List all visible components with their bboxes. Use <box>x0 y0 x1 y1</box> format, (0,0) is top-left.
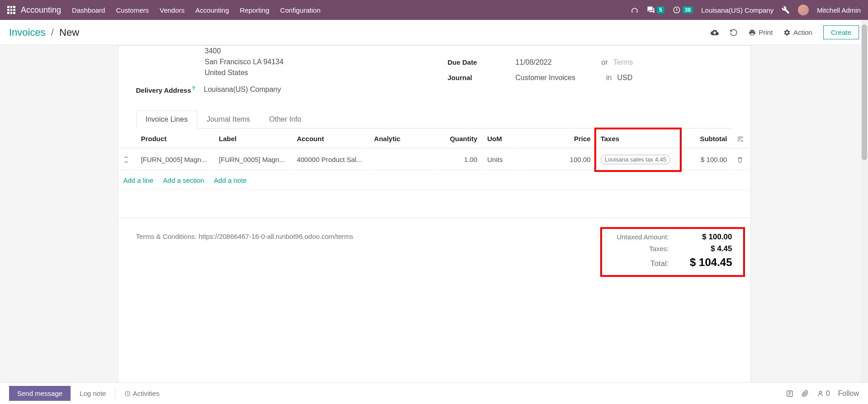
nav-menu: Dashboard Customers Vendors Accounting R… <box>72 6 631 14</box>
scrollbar[interactable] <box>861 20 868 382</box>
scrollbar-thumb[interactable] <box>862 24 867 160</box>
total-label: Total: <box>606 259 669 268</box>
table-row[interactable]: [FURN_0005] Magn... [FURN_0005] Magn... … <box>119 149 749 170</box>
cell-analytic[interactable] <box>370 149 435 170</box>
avatar[interactable] <box>798 5 809 15</box>
nav-configuration[interactable]: Configuration <box>280 6 320 14</box>
cell-product[interactable]: [FURN_0005] Magn... <box>136 149 213 170</box>
discard-icon[interactable] <box>730 29 738 37</box>
col-quantity[interactable]: Quantity <box>436 129 482 148</box>
activities-icon[interactable]: 38 <box>673 6 693 14</box>
line-actions: Add a line Add a section Add a note <box>119 171 749 190</box>
add-line-link[interactable]: Add a line <box>123 176 154 184</box>
cell-subtotal: $ 100.00 <box>681 149 732 170</box>
journal-label: Journal <box>448 74 516 81</box>
tab-invoice-lines[interactable]: Invoice Lines <box>136 110 197 128</box>
col-uom[interactable]: UoM <box>483 129 520 148</box>
breadcrumb-sep: / <box>51 27 54 38</box>
activities-badge: 38 <box>683 6 693 14</box>
delivery-address-label: Delivery Address? <box>136 86 204 94</box>
cell-price[interactable]: 100.00 <box>521 149 595 170</box>
action-button[interactable]: Action <box>783 29 812 36</box>
help-icon[interactable]: ? <box>192 86 195 91</box>
print-label: Print <box>759 29 773 36</box>
partner-address: 3400 San Francisco LA 94134 United State… <box>205 46 421 78</box>
top-navbar: Accounting Dashboard Customers Vendors A… <box>0 0 868 20</box>
messages-badge: 5 <box>657 6 664 14</box>
add-note-link[interactable]: Add a note <box>214 176 247 184</box>
breadcrumb-parent[interactable]: Invoices <box>9 27 46 38</box>
nav-accounting[interactable]: Accounting <box>195 6 229 14</box>
cell-quantity[interactable]: 1.00 <box>436 149 482 170</box>
col-options[interactable] <box>732 129 749 148</box>
drag-handle-icon[interactable] <box>119 149 136 170</box>
main-area: 3400 San Francisco LA 94134 United State… <box>0 45 868 386</box>
col-account[interactable]: Account <box>292 129 369 148</box>
toolbar-actions: Print Action Create <box>711 25 859 39</box>
currency-value[interactable]: USD <box>617 74 632 82</box>
terms-placeholder[interactable]: Terms <box>613 58 633 67</box>
messages-icon[interactable]: 5 <box>647 6 664 14</box>
tabs: Invoice Lines Journal Items Other Info <box>136 110 732 128</box>
tab-journal-items[interactable]: Journal Items <box>197 110 260 128</box>
nav-dashboard[interactable]: Dashboard <box>72 6 105 14</box>
due-date-value[interactable]: 11/08/2022 or Terms <box>516 58 732 67</box>
breadcrumb-current: New <box>59 27 79 38</box>
delete-line-icon[interactable] <box>732 149 749 170</box>
taxes-value: $ 4.45 <box>687 244 732 253</box>
tab-other-info[interactable]: Other Info <box>260 110 311 128</box>
delivery-address-value[interactable]: Louisana(US) Company <box>204 86 421 94</box>
col-taxes[interactable]: Taxes <box>596 129 680 148</box>
invoice-lines-table: Product Label Account Analytic Quantity … <box>118 128 750 219</box>
debug-icon[interactable] <box>782 6 790 14</box>
taxes-label: Taxes: <box>606 245 669 252</box>
print-button[interactable]: Print <box>749 29 773 36</box>
topbar-right: 5 38 Louisana(US) Company Mitchell Admin <box>631 5 861 15</box>
nav-vendors[interactable]: Vendors <box>160 6 185 14</box>
action-label: Action <box>793 29 812 36</box>
cloud-save-icon[interactable] <box>711 29 719 37</box>
app-name[interactable]: Accounting <box>21 5 61 15</box>
total-value: $ 104.45 <box>687 256 732 269</box>
form-sheet: 3400 San Francisco LA 94134 United State… <box>118 45 751 386</box>
totals-box: Untaxed Amount: $ 100.00 Taxes: $ 4.45 T… <box>606 233 732 271</box>
col-subtotal[interactable]: Subtotal <box>681 129 732 148</box>
col-label[interactable]: Label <box>214 129 291 148</box>
create-button[interactable]: Create <box>823 25 859 39</box>
col-price[interactable]: Price <box>521 129 595 148</box>
cell-uom[interactable]: Units <box>483 149 520 170</box>
cell-taxes[interactable]: Louisana sales tax 4.45 <box>596 149 680 170</box>
untaxed-label: Untaxed Amount: <box>606 233 669 241</box>
totals-section: Terms & Conditions: https://20866467-16-… <box>118 219 750 285</box>
cell-label[interactable]: [FURN_0005] Magn... <box>214 149 291 170</box>
user-name[interactable]: Mitchell Admin <box>817 6 861 14</box>
untaxed-value: $ 100.00 <box>687 233 732 242</box>
chatter-bar: Send message Log note Activities 0 Follo… <box>0 382 868 386</box>
company-switcher[interactable]: Louisana(US) Company <box>701 6 773 14</box>
journal-value[interactable]: Customer Invoices in USD <box>516 74 732 82</box>
nav-reporting[interactable]: Reporting <box>240 6 269 14</box>
control-panel: Invoices / New Print Action Create <box>0 20 868 45</box>
cell-account[interactable]: 400000 Product Sal... <box>292 149 369 170</box>
add-section-link[interactable]: Add a section <box>163 176 204 184</box>
nav-customers[interactable]: Customers <box>116 6 149 14</box>
col-product[interactable]: Product <box>136 129 213 148</box>
apps-icon[interactable] <box>7 6 15 14</box>
breadcrumb: Invoices / New <box>9 27 79 38</box>
support-icon[interactable] <box>631 6 639 14</box>
terms-conditions[interactable]: Terms & Conditions: https://20866467-16-… <box>136 233 588 240</box>
due-date-label: Due Date <box>448 58 516 66</box>
col-analytic[interactable]: Analytic <box>370 129 435 148</box>
